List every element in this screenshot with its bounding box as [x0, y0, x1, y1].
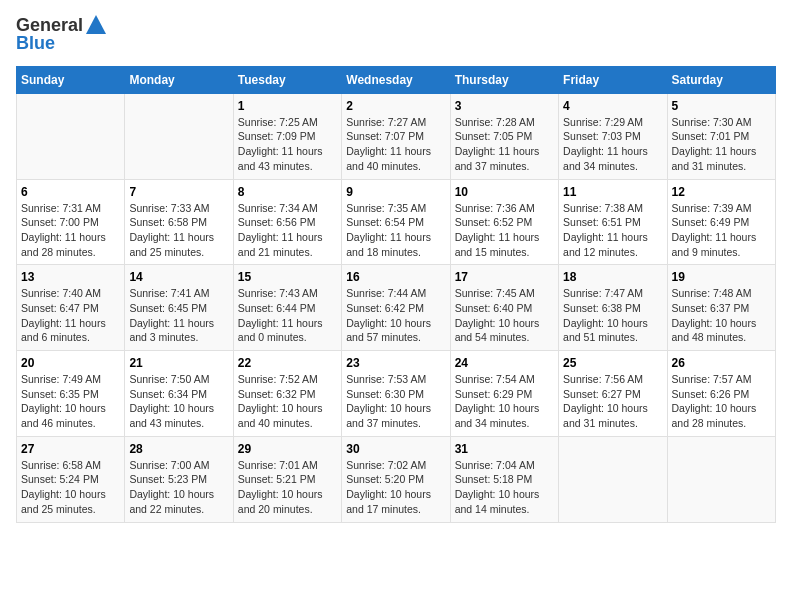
cell-text: Daylight: 10 hours and 34 minutes. — [455, 401, 554, 430]
calendar-cell: 17Sunrise: 7:45 AMSunset: 6:40 PMDayligh… — [450, 265, 558, 351]
calendar-cell: 30Sunrise: 7:02 AMSunset: 5:20 PMDayligh… — [342, 436, 450, 522]
calendar-cell: 1Sunrise: 7:25 AMSunset: 7:09 PMDaylight… — [233, 93, 341, 179]
cell-text: Daylight: 10 hours and 22 minutes. — [129, 487, 228, 516]
day-number: 24 — [455, 356, 554, 370]
cell-text: Sunset: 5:24 PM — [21, 472, 120, 487]
day-number: 9 — [346, 185, 445, 199]
cell-text: Sunrise: 7:45 AM — [455, 286, 554, 301]
cell-text: Sunset: 6:37 PM — [672, 301, 771, 316]
day-number: 11 — [563, 185, 662, 199]
day-number: 21 — [129, 356, 228, 370]
cell-text: Daylight: 11 hours and 15 minutes. — [455, 230, 554, 259]
calendar-cell: 3Sunrise: 7:28 AMSunset: 7:05 PMDaylight… — [450, 93, 558, 179]
cell-text: Sunset: 7:00 PM — [21, 215, 120, 230]
logo-icon — [85, 14, 107, 36]
day-number: 16 — [346, 270, 445, 284]
cell-text: Sunset: 6:47 PM — [21, 301, 120, 316]
cell-text: Sunrise: 7:52 AM — [238, 372, 337, 387]
day-number: 29 — [238, 442, 337, 456]
day-number: 6 — [21, 185, 120, 199]
cell-text: Sunrise: 7:49 AM — [21, 372, 120, 387]
cell-text: Sunrise: 7:48 AM — [672, 286, 771, 301]
calendar-week-row: 6Sunrise: 7:31 AMSunset: 7:00 PMDaylight… — [17, 179, 776, 265]
calendar-cell: 15Sunrise: 7:43 AMSunset: 6:44 PMDayligh… — [233, 265, 341, 351]
calendar-cell: 21Sunrise: 7:50 AMSunset: 6:34 PMDayligh… — [125, 351, 233, 437]
cell-text: Sunset: 6:34 PM — [129, 387, 228, 402]
calendar-cell — [17, 93, 125, 179]
calendar-cell: 22Sunrise: 7:52 AMSunset: 6:32 PMDayligh… — [233, 351, 341, 437]
day-header: Wednesday — [342, 66, 450, 93]
day-number: 14 — [129, 270, 228, 284]
day-number: 28 — [129, 442, 228, 456]
cell-text: Daylight: 10 hours and 43 minutes. — [129, 401, 228, 430]
cell-text: Sunrise: 7:29 AM — [563, 115, 662, 130]
cell-text: Sunrise: 7:50 AM — [129, 372, 228, 387]
cell-text: Daylight: 10 hours and 48 minutes. — [672, 316, 771, 345]
day-header: Sunday — [17, 66, 125, 93]
cell-text: Sunrise: 7:53 AM — [346, 372, 445, 387]
cell-text: Daylight: 11 hours and 34 minutes. — [563, 144, 662, 173]
cell-text: Daylight: 10 hours and 20 minutes. — [238, 487, 337, 516]
calendar-cell: 10Sunrise: 7:36 AMSunset: 6:52 PMDayligh… — [450, 179, 558, 265]
cell-text: Daylight: 10 hours and 54 minutes. — [455, 316, 554, 345]
cell-text: Sunrise: 6:58 AM — [21, 458, 120, 473]
day-number: 12 — [672, 185, 771, 199]
cell-text: Sunrise: 7:31 AM — [21, 201, 120, 216]
cell-text: Daylight: 11 hours and 43 minutes. — [238, 144, 337, 173]
day-number: 4 — [563, 99, 662, 113]
cell-text: Daylight: 10 hours and 40 minutes. — [238, 401, 337, 430]
calendar-cell: 6Sunrise: 7:31 AMSunset: 7:00 PMDaylight… — [17, 179, 125, 265]
cell-text: Daylight: 11 hours and 12 minutes. — [563, 230, 662, 259]
cell-text: Sunset: 6:40 PM — [455, 301, 554, 316]
calendar-cell: 11Sunrise: 7:38 AMSunset: 6:51 PMDayligh… — [559, 179, 667, 265]
day-number: 20 — [21, 356, 120, 370]
cell-text: Sunrise: 7:47 AM — [563, 286, 662, 301]
cell-text: Sunrise: 7:34 AM — [238, 201, 337, 216]
calendar-week-row: 1Sunrise: 7:25 AMSunset: 7:09 PMDaylight… — [17, 93, 776, 179]
cell-text: Daylight: 10 hours and 17 minutes. — [346, 487, 445, 516]
cell-text: Daylight: 11 hours and 0 minutes. — [238, 316, 337, 345]
cell-text: Sunset: 6:44 PM — [238, 301, 337, 316]
cell-text: Sunset: 6:26 PM — [672, 387, 771, 402]
calendar-cell: 14Sunrise: 7:41 AMSunset: 6:45 PMDayligh… — [125, 265, 233, 351]
day-number: 1 — [238, 99, 337, 113]
calendar-cell — [559, 436, 667, 522]
day-number: 10 — [455, 185, 554, 199]
calendar-cell: 4Sunrise: 7:29 AMSunset: 7:03 PMDaylight… — [559, 93, 667, 179]
calendar-cell — [667, 436, 775, 522]
calendar-cell: 8Sunrise: 7:34 AMSunset: 6:56 PMDaylight… — [233, 179, 341, 265]
calendar-cell: 29Sunrise: 7:01 AMSunset: 5:21 PMDayligh… — [233, 436, 341, 522]
cell-text: Sunrise: 7:33 AM — [129, 201, 228, 216]
cell-text: Sunset: 7:01 PM — [672, 129, 771, 144]
cell-text: Daylight: 10 hours and 25 minutes. — [21, 487, 120, 516]
cell-text: Sunset: 6:51 PM — [563, 215, 662, 230]
cell-text: Sunset: 5:20 PM — [346, 472, 445, 487]
calendar-cell: 26Sunrise: 7:57 AMSunset: 6:26 PMDayligh… — [667, 351, 775, 437]
cell-text: Sunrise: 7:41 AM — [129, 286, 228, 301]
day-number: 27 — [21, 442, 120, 456]
calendar-cell: 13Sunrise: 7:40 AMSunset: 6:47 PMDayligh… — [17, 265, 125, 351]
calendar-week-row: 27Sunrise: 6:58 AMSunset: 5:24 PMDayligh… — [17, 436, 776, 522]
calendar-cell: 27Sunrise: 6:58 AMSunset: 5:24 PMDayligh… — [17, 436, 125, 522]
cell-text: Sunset: 6:56 PM — [238, 215, 337, 230]
day-number: 19 — [672, 270, 771, 284]
cell-text: Sunrise: 7:40 AM — [21, 286, 120, 301]
calendar-cell: 7Sunrise: 7:33 AMSunset: 6:58 PMDaylight… — [125, 179, 233, 265]
day-header: Monday — [125, 66, 233, 93]
svg-marker-0 — [86, 15, 106, 34]
cell-text: Sunset: 7:05 PM — [455, 129, 554, 144]
cell-text: Daylight: 10 hours and 31 minutes. — [563, 401, 662, 430]
cell-text: Sunrise: 7:39 AM — [672, 201, 771, 216]
day-number: 25 — [563, 356, 662, 370]
calendar-cell: 2Sunrise: 7:27 AMSunset: 7:07 PMDaylight… — [342, 93, 450, 179]
cell-text: Daylight: 11 hours and 9 minutes. — [672, 230, 771, 259]
cell-text: Daylight: 10 hours and 28 minutes. — [672, 401, 771, 430]
cell-text: Daylight: 11 hours and 6 minutes. — [21, 316, 120, 345]
calendar-cell: 5Sunrise: 7:30 AMSunset: 7:01 PMDaylight… — [667, 93, 775, 179]
cell-text: Sunset: 6:42 PM — [346, 301, 445, 316]
calendar-table: SundayMondayTuesdayWednesdayThursdayFrid… — [16, 66, 776, 523]
cell-text: Daylight: 11 hours and 28 minutes. — [21, 230, 120, 259]
cell-text: Daylight: 11 hours and 25 minutes. — [129, 230, 228, 259]
cell-text: Sunset: 6:27 PM — [563, 387, 662, 402]
cell-text: Daylight: 11 hours and 21 minutes. — [238, 230, 337, 259]
